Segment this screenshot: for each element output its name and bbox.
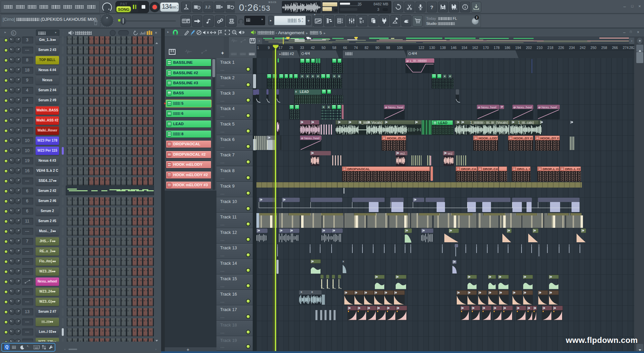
svg-text:3.2.: 3.2.	[205, 5, 211, 9]
svg-text:5: 5	[12, 32, 14, 35]
